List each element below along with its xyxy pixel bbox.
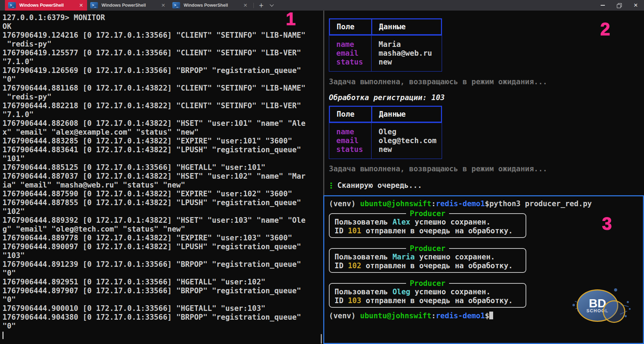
tab-windows-powershell-2[interactable]: >_ Windows PowerShell ✕ xyxy=(87,0,169,11)
tab-windows-powershell-1[interactable]: >_ Windows PowerShell ✕ xyxy=(5,0,87,11)
producer-box-3: Producer Пользователь Oleg успешно сохра… xyxy=(329,283,526,308)
terminal-line: 1767906444.891239 [0 172.17.0.1:33566] "… xyxy=(2,260,323,269)
terminal-line: g" "email" "oleg@tech.com" "status" "new… xyxy=(2,225,323,234)
text-cursor xyxy=(2,332,4,339)
terminal-line: x" "email" "alex@example.com" "status" "… xyxy=(2,128,323,137)
terminal-line: "102" xyxy=(2,207,323,216)
user-id: 101 xyxy=(348,227,361,235)
terminal-line: 1767906444.892951 [0 172.17.0.1:33566] "… xyxy=(2,278,323,287)
tab-close-icon[interactable]: ✕ xyxy=(242,2,249,8)
terminal-line: "7.1.0" xyxy=(2,110,323,119)
colon: : xyxy=(431,199,436,208)
terminal-line: 1767906444.889778 [0 172.17.0.1:43822] "… xyxy=(2,234,323,242)
terminal-line: 1767906444.883641 [0 172.17.0.1:43822] "… xyxy=(2,146,323,154)
annotation-3: 3 xyxy=(602,214,612,234)
powershell-icon: >_ xyxy=(8,2,16,8)
field-names: nameemailstatus xyxy=(329,123,371,159)
producer-box-title: Producer xyxy=(330,209,526,218)
prompt-symbol: $ xyxy=(485,312,490,320)
restore-button[interactable] xyxy=(611,0,627,11)
terminal-line: 1767906444.900010 [0 172.17.0.1:33566] "… xyxy=(2,304,323,313)
terminal-line: 1767906444.881168 [0 172.17.0.1:43822] "… xyxy=(2,84,323,93)
producer-line-2: ID 103 отправлен в очередь на обработку. xyxy=(335,296,526,305)
tab-title: Windows PowerShell xyxy=(184,3,239,8)
spinner-icon xyxy=(330,182,335,189)
cwd: redis-demo1 xyxy=(436,199,485,208)
cwd: redis-demo1 xyxy=(436,312,485,320)
tab-bar: >_ Windows PowerShell ✕ >_ Windows Power… xyxy=(0,0,644,11)
terminal-line: "103" xyxy=(2,251,323,260)
scanning-line: Сканирую очередь... xyxy=(330,181,422,190)
terminal-line: 1767906419.126569 [0 172.17.0.1:33566] "… xyxy=(2,66,323,75)
terminal-line: OK xyxy=(2,22,323,31)
terminal-line: "0" xyxy=(2,295,323,304)
user-table-1: Поле Данные nameemailstatus Mariamasha@w… xyxy=(329,18,442,72)
user-table-2: Поле Данные nameemailstatus Olegoleg@tec… xyxy=(329,106,442,159)
block-cursor xyxy=(489,312,493,319)
minimize-icon xyxy=(601,5,605,6)
terminal-line: 1767906419.125577 [0 172.17.0.1:33566] "… xyxy=(2,49,323,57)
tab-separator xyxy=(253,3,254,8)
terminal-line: 1767906444.887855 [0 172.17.0.1:43822] "… xyxy=(2,198,323,207)
venv-label: (venv) xyxy=(329,312,360,320)
annotation-2: 2 xyxy=(600,19,610,39)
producer-line-1: Пользователь Alex успешно сохранен. xyxy=(335,218,526,227)
window-controls: ✕ xyxy=(594,0,644,11)
field-values: Olegoleg@tech.comnew xyxy=(371,123,442,159)
producer-line-1: Пользователь Maria успешно сохранен. xyxy=(335,253,526,262)
prompt-symbol: $ xyxy=(485,199,490,208)
table-header: Поле Данные xyxy=(329,106,442,123)
shell-prompt-line-2[interactable]: (venv) ubuntu@johnswift:redis-demo1$ xyxy=(329,312,493,320)
tab-title: Windows PowerShell xyxy=(19,3,74,8)
col-data: Данные xyxy=(371,19,441,34)
cursor-line xyxy=(2,331,323,341)
terminal-line: 1767906419.124216 [0 172.17.0.1:33566] "… xyxy=(2,31,323,40)
col-data: Данные xyxy=(371,107,441,122)
producer-box-title: Producer xyxy=(330,279,526,288)
new-tab-button[interactable]: + xyxy=(256,0,266,11)
close-button[interactable]: ✕ xyxy=(627,0,644,11)
terminal-line: "0" xyxy=(2,75,323,84)
table-body: nameemailstatus Olegoleg@tech.comnew xyxy=(329,123,442,159)
user-id: 103 xyxy=(348,296,361,305)
terminal-line: 1767906444.887037 [0 172.17.0.1:43822] "… xyxy=(2,172,323,181)
col-field: Поле xyxy=(330,110,371,119)
terminal-line: "0" xyxy=(2,322,323,331)
table-header: Поле Данные xyxy=(329,18,442,35)
terminal-line: 1767906444.885125 [0 172.17.0.1:33566] "… xyxy=(2,163,323,172)
bd-school-logo: BD SCHOOL xyxy=(572,285,632,328)
field-values: Mariamasha@web.runew xyxy=(371,36,442,71)
scanning-text: Сканирую очередь... xyxy=(337,181,422,190)
minimize-button[interactable] xyxy=(594,0,611,11)
terminal-line: 1767906444.883285 [0 172.17.0.1:43822] "… xyxy=(2,137,323,146)
redis-monitor-pane[interactable]: 127.0.0.1:6379> MONITOROK1767906419.1242… xyxy=(0,11,323,344)
producer-line-1: Пользователь Oleg успешно сохранен. xyxy=(335,288,526,296)
tab-title: Windows PowerShell xyxy=(102,3,157,8)
tab-windows-powershell-3[interactable]: >_ Windows PowerShell ✕ xyxy=(169,0,251,11)
shell-prompt-line: (venv) ubuntu@johnswift:redis-demo1$pyth… xyxy=(329,199,592,208)
user-name: Oleg xyxy=(392,288,410,296)
terminal-line: "redis-py" xyxy=(2,93,323,102)
terminal-line: "redis-py" xyxy=(2,40,323,49)
left-pane-scrollbar[interactable] xyxy=(321,334,322,344)
table-body: nameemailstatus Mariamasha@web.runew xyxy=(329,35,442,72)
terminal-line: "7.1.0" xyxy=(2,57,323,66)
terminal-line: 1767906444.887590 [0 172.17.0.1:43822] "… xyxy=(2,190,323,198)
tab-close-icon[interactable]: ✕ xyxy=(160,2,166,8)
powershell-icon: >_ xyxy=(172,2,180,8)
terminal-line: 127.0.0.1:6379> MONITOR xyxy=(2,13,323,22)
pane-divider[interactable] xyxy=(323,11,324,195)
tab-dropdown-button[interactable] xyxy=(266,0,277,11)
venv-label: (venv) xyxy=(329,199,360,208)
terminal-line: 1767906444.890097 [0 172.17.0.1:43822] "… xyxy=(2,242,323,251)
user-host: ubuntu@johnswift xyxy=(360,312,431,320)
close-icon: ✕ xyxy=(633,2,638,8)
user-name: Maria xyxy=(392,253,415,261)
field-names: nameemailstatus xyxy=(329,36,371,71)
terminal-line: "101" xyxy=(2,154,323,163)
command-text: python3 producer_red.py xyxy=(489,199,592,208)
terminal-output: 127.0.0.1:6379> MONITOROK1767906419.1242… xyxy=(2,13,323,331)
tab-close-icon[interactable]: ✕ xyxy=(78,2,84,8)
user-id: 102 xyxy=(348,262,361,270)
terminal-line: 1767906444.897907 [0 172.17.0.1:33566] "… xyxy=(2,287,323,295)
